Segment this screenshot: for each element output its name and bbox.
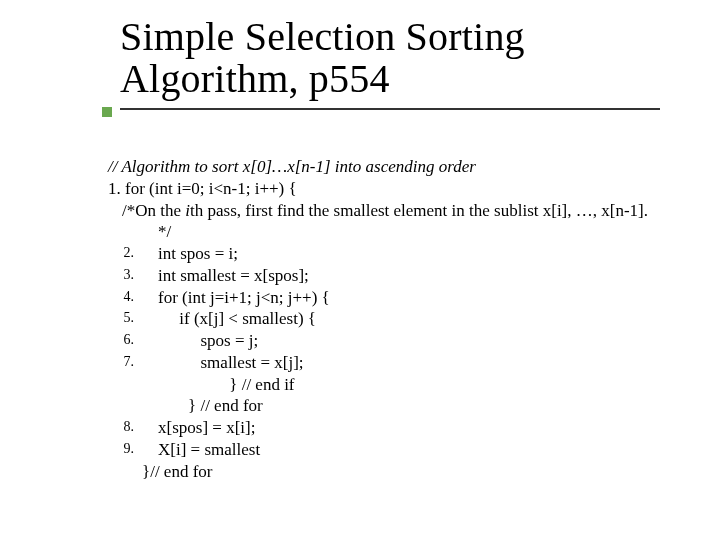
line-number: 3.: [108, 265, 134, 287]
algo-comment: // Algorithm to sort x[0]…x[n-1] into as…: [108, 156, 708, 178]
end-outer-for: }// end for: [108, 461, 708, 483]
slide-body: // Algorithm to sort x[0]…x[n-1] into as…: [108, 156, 708, 482]
code-row-5: 5. if (x[j] < smallest) {: [108, 308, 708, 330]
code-row-8: 8. x[spos] = x[i];: [108, 417, 708, 439]
line-number: 9.: [108, 439, 134, 461]
slide-title: Simple Selection Sorting Algorithm, p554: [120, 16, 660, 100]
algo-comment-post: into ascending order: [331, 157, 476, 176]
code-text: for (int j=i+1; j<n; j++) {: [158, 287, 708, 309]
title-block: Simple Selection Sorting Algorithm, p554: [120, 16, 660, 110]
pass-comment: /*On the ith pass, first find the smalle…: [108, 200, 708, 222]
end-inner-for: } // end for: [108, 395, 708, 417]
title-line2: Algorithm, p554: [120, 56, 390, 101]
code-line-1: 1. for (int i=0; i<n-1; i++) {: [108, 178, 708, 200]
title-bullet-icon: [102, 107, 112, 117]
code-text: int smallest = x[spos];: [158, 265, 708, 287]
algo-comment-range: x[0]…x[n-1]: [243, 157, 331, 176]
code-row-9: 9. X[i] = smallest: [108, 439, 708, 461]
algo-comment-pre: // Algorithm to sort: [108, 157, 243, 176]
title-line1: Simple Selection Sorting: [120, 14, 525, 59]
end-if: } // end if: [108, 374, 708, 396]
line-number: 4.: [108, 287, 134, 309]
line-number: 6.: [108, 330, 134, 352]
code-text: int spos = i;: [158, 243, 708, 265]
slide: Simple Selection Sorting Algorithm, p554…: [0, 0, 720, 540]
pass-comment-post: th pass, first find the smallest element…: [190, 201, 648, 220]
line-number: 2.: [108, 243, 134, 265]
code-row-3: 3. int smallest = x[spos];: [108, 265, 708, 287]
code-text: if (x[j] < smallest) {: [158, 308, 708, 330]
code-text: smallest = x[j];: [158, 352, 708, 374]
pass-comment-close: */: [108, 221, 708, 243]
line-number: 5.: [108, 308, 134, 330]
code-text: X[i] = smallest: [158, 439, 708, 461]
code-text: spos = j;: [158, 330, 708, 352]
code-row-4: 4. for (int j=i+1; j<n; j++) {: [108, 287, 708, 309]
line-number: 8.: [108, 417, 134, 439]
title-underline: [120, 108, 660, 110]
code-row-7: 7. smallest = x[j];: [108, 352, 708, 374]
code-row-6: 6. spos = j;: [108, 330, 708, 352]
line-number: 7.: [108, 352, 134, 374]
pass-comment-pre: /*On the: [122, 201, 185, 220]
code-text: x[spos] = x[i];: [158, 417, 708, 439]
code-row-2: 2. int spos = i;: [108, 243, 708, 265]
